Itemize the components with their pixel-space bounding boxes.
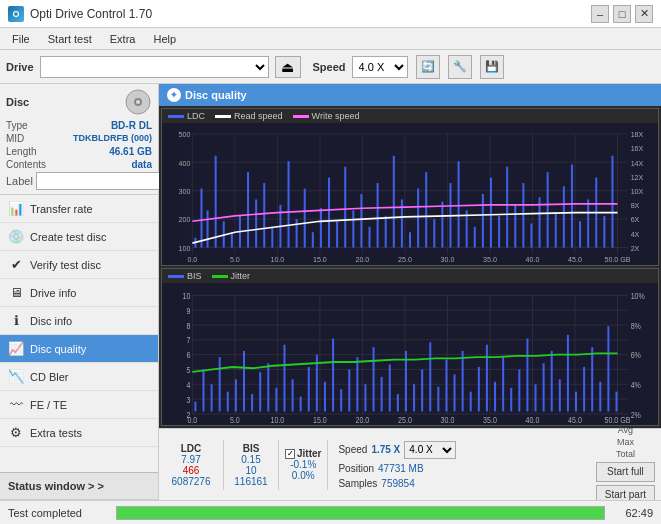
sidebar-item-disc-quality[interactable]: 📈 Disc quality bbox=[0, 335, 158, 363]
svg-rect-145 bbox=[202, 369, 204, 411]
svg-rect-70 bbox=[393, 156, 395, 248]
svg-rect-154 bbox=[275, 388, 277, 411]
app-title: Opti Drive Control 1.70 bbox=[30, 7, 152, 21]
settings-button[interactable]: 🔧 bbox=[448, 55, 472, 79]
sidebar-item-transfer-rate[interactable]: 📊 Transfer rate bbox=[0, 195, 158, 223]
svg-rect-60 bbox=[312, 232, 314, 247]
svg-rect-164 bbox=[356, 357, 358, 411]
close-button[interactable]: ✕ bbox=[635, 5, 653, 23]
menu-file[interactable]: File bbox=[4, 31, 38, 47]
start-part-button[interactable]: Start part bbox=[596, 485, 655, 501]
sidebar-item-cd-bler[interactable]: 📉 CD Bler bbox=[0, 363, 158, 391]
svg-rect-59 bbox=[304, 189, 306, 248]
svg-text:12X: 12X bbox=[631, 173, 644, 182]
svg-rect-90 bbox=[555, 213, 557, 248]
svg-text:400: 400 bbox=[179, 158, 191, 167]
stats-row: LDC 7.97 466 6087276 BIS 0.15 10 116161 … bbox=[159, 428, 661, 500]
svg-rect-161 bbox=[332, 339, 334, 412]
svg-text:30.0: 30.0 bbox=[441, 254, 455, 263]
menu-start-test[interactable]: Start test bbox=[40, 31, 100, 47]
svg-rect-171 bbox=[413, 384, 415, 411]
save-button[interactable]: 💾 bbox=[480, 55, 504, 79]
start-full-button[interactable]: Start full bbox=[596, 462, 655, 482]
speed-select[interactable]: 4.0 X bbox=[352, 56, 408, 78]
refresh-button[interactable]: 🔄 bbox=[416, 55, 440, 79]
maximize-button[interactable]: □ bbox=[613, 5, 631, 23]
svg-rect-182 bbox=[502, 357, 504, 411]
bottom-legend: BIS Jitter bbox=[162, 269, 658, 283]
svg-rect-61 bbox=[320, 208, 322, 247]
svg-text:300: 300 bbox=[179, 187, 191, 196]
svg-text:3: 3 bbox=[186, 395, 190, 405]
label-input[interactable] bbox=[36, 172, 169, 190]
svg-rect-65 bbox=[352, 210, 354, 247]
svg-text:50.0 GB: 50.0 GB bbox=[605, 254, 631, 263]
speed-select-stats[interactable]: 4.0 X bbox=[404, 441, 456, 459]
sidebar-item-label: Transfer rate bbox=[30, 203, 93, 215]
svg-text:15.0: 15.0 bbox=[313, 254, 327, 263]
sidebar-item-extra-tests[interactable]: ⚙ Extra tests bbox=[0, 419, 158, 447]
status-time: 62:49 bbox=[613, 507, 653, 519]
svg-text:8X: 8X bbox=[631, 201, 640, 210]
svg-rect-50 bbox=[231, 232, 233, 247]
svg-text:30.0: 30.0 bbox=[441, 415, 455, 425]
sidebar-item-create-test-disc[interactable]: 💿 Create test disc bbox=[0, 223, 158, 251]
ldc-col-header: LDC bbox=[181, 443, 202, 454]
jitter-avg: -0.1% bbox=[290, 459, 316, 470]
svg-rect-66 bbox=[360, 194, 362, 248]
svg-rect-151 bbox=[251, 394, 253, 411]
sidebar-item-disc-info[interactable]: ℹ Disc info bbox=[0, 307, 158, 335]
menu-extra[interactable]: Extra bbox=[102, 31, 144, 47]
jitter-checkbox[interactable]: ✓ bbox=[285, 449, 295, 459]
sidebar-item-label: FE / TE bbox=[30, 399, 67, 411]
svg-text:35.0: 35.0 bbox=[483, 415, 497, 425]
svg-rect-54 bbox=[263, 183, 265, 247]
speed-label: Speed bbox=[338, 444, 367, 455]
top-legend: LDC Read speed Write speed bbox=[162, 109, 658, 123]
minimize-button[interactable]: – bbox=[591, 5, 609, 23]
svg-text:6%: 6% bbox=[631, 351, 641, 361]
sidebar-item-fe-te[interactable]: 〰 FE / TE bbox=[0, 391, 158, 419]
sidebar-item-drive-info[interactable]: 🖥 Drive info bbox=[0, 279, 158, 307]
bis-total: 116161 bbox=[234, 476, 267, 487]
svg-text:0.0: 0.0 bbox=[187, 415, 197, 425]
svg-rect-160 bbox=[324, 382, 326, 412]
disc-contents-row: Contents data bbox=[6, 159, 152, 170]
svg-rect-168 bbox=[389, 364, 391, 411]
drive-select[interactable]: (F:) HL-DT-ST BD-RE WH16NS58 TST4 bbox=[40, 56, 269, 78]
create-test-disc-icon: 💿 bbox=[8, 229, 24, 245]
svg-text:10: 10 bbox=[182, 291, 190, 301]
svg-rect-175 bbox=[445, 360, 447, 412]
svg-rect-183 bbox=[510, 388, 512, 411]
jitter-max: 0.0% bbox=[292, 470, 315, 481]
speed-row: Speed 1.75 X 4.0 X bbox=[338, 441, 456, 459]
status-window-header[interactable]: Status window > > bbox=[0, 472, 158, 500]
bottom-chart-svg: 10 9 8 7 6 5 4 3 2 10% 8% 6% 4% 2% 0.0 bbox=[162, 283, 658, 425]
svg-text:100: 100 bbox=[179, 244, 191, 253]
svg-rect-69 bbox=[385, 216, 387, 248]
sidebar-item-verify-test-disc[interactable]: ✔ Verify test disc bbox=[0, 251, 158, 279]
disc-quality-icon: 📈 bbox=[8, 341, 24, 357]
top-chart-container: LDC Read speed Write speed bbox=[161, 108, 659, 266]
svg-rect-194 bbox=[599, 382, 601, 412]
svg-rect-190 bbox=[567, 335, 569, 412]
jitter-col-header: Jitter bbox=[297, 448, 321, 459]
svg-rect-89 bbox=[547, 172, 549, 247]
menu-bar: File Start test Extra Help bbox=[0, 28, 661, 50]
svg-text:4%: 4% bbox=[631, 380, 641, 390]
menu-help[interactable]: Help bbox=[145, 31, 184, 47]
svg-text:2X: 2X bbox=[631, 244, 640, 253]
svg-rect-80 bbox=[474, 227, 476, 248]
eject-button[interactable]: ⏏ bbox=[275, 56, 301, 78]
svg-text:20.0: 20.0 bbox=[356, 415, 370, 425]
svg-text:5.0: 5.0 bbox=[230, 415, 240, 425]
svg-rect-177 bbox=[462, 351, 464, 412]
disc-length-row: Length 46.61 GB bbox=[6, 146, 152, 157]
fe-te-icon: 〰 bbox=[8, 397, 24, 413]
samples-row: Samples 759854 bbox=[338, 478, 456, 489]
svg-text:45.0: 45.0 bbox=[568, 254, 582, 263]
svg-text:25.0: 25.0 bbox=[398, 415, 412, 425]
drive-label: Drive bbox=[6, 61, 34, 73]
position-label: Position bbox=[338, 463, 374, 474]
svg-text:500: 500 bbox=[179, 130, 191, 139]
